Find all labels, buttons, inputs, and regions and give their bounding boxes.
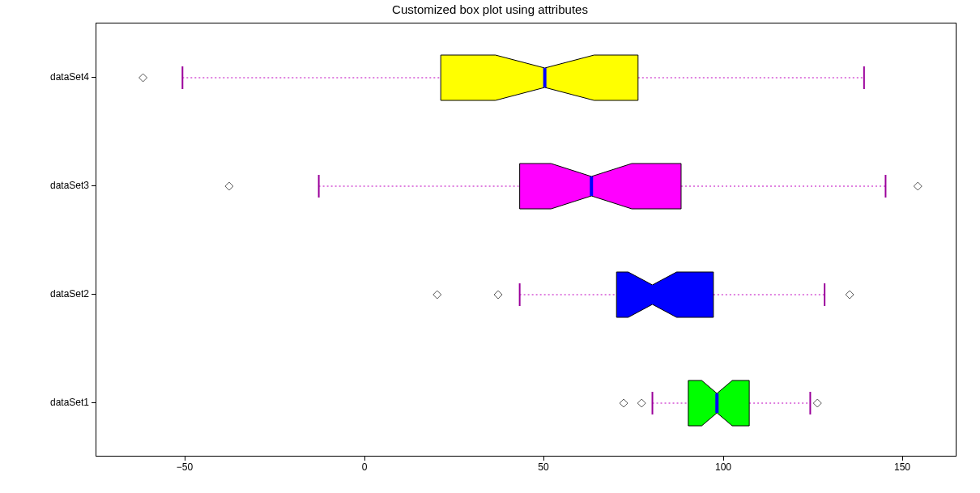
x-tick-mark: [185, 457, 185, 461]
y-tick-mark: [92, 294, 96, 295]
box-dataSet4: [441, 55, 638, 100]
x-tick-mark: [723, 457, 724, 461]
x-tick-mark: [902, 457, 903, 461]
y-tick-label-4: dataSet4: [50, 71, 89, 83]
outlier-diamond-icon: [139, 74, 147, 82]
box-dataSet2: [616, 272, 714, 317]
x-tick-label: −50: [177, 461, 193, 473]
x-tick-mark: [543, 457, 544, 461]
y-tick-label-3: dataSet3: [50, 180, 89, 191]
x-tick-mark: [364, 457, 365, 461]
y-tick-mark: [92, 185, 96, 186]
outlier-diamond-icon: [813, 399, 821, 407]
x-tick-label: 0: [362, 461, 368, 473]
x-tick-label: 150: [894, 461, 910, 473]
outlier-diamond-icon: [914, 182, 922, 190]
plot-area: [96, 23, 957, 457]
outlier-diamond-icon: [637, 399, 646, 407]
outlier-diamond-icon: [846, 291, 854, 299]
y-tick-mark: [92, 402, 96, 403]
outlier-diamond-icon: [225, 182, 233, 190]
plot-svg: [96, 23, 956, 456]
outlier-diamond-icon: [620, 399, 628, 407]
x-tick-label: 100: [715, 461, 731, 473]
box-dataSet3: [520, 164, 681, 209]
outlier-diamond-icon: [433, 291, 441, 299]
boxplot-chart: Customized box plot using attributes dat…: [0, 0, 980, 493]
outlier-diamond-icon: [494, 291, 502, 299]
x-tick-label: 50: [538, 461, 548, 473]
box-dataSet1: [688, 380, 749, 426]
chart-title: Customized box plot using attributes: [0, 2, 980, 16]
y-tick-label-1: dataSet1: [50, 397, 89, 408]
y-tick-label-2: dataSet2: [50, 288, 89, 300]
y-tick-mark: [92, 77, 96, 78]
